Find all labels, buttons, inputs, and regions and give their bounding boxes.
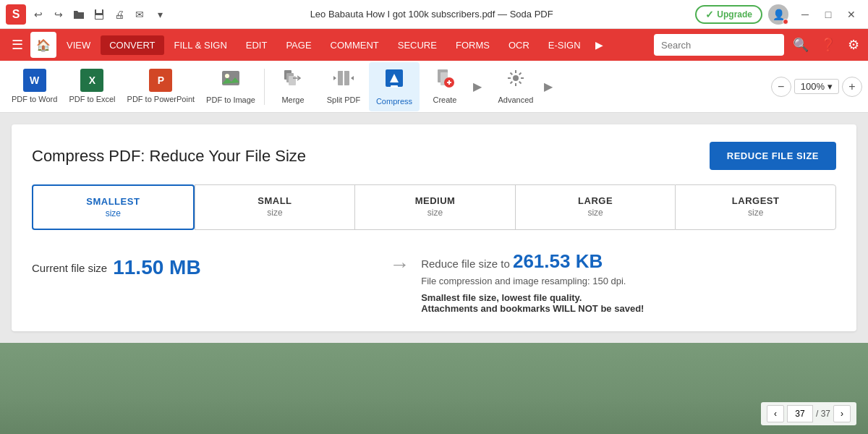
pdf-preview-image bbox=[0, 343, 868, 434]
compress-icon bbox=[383, 67, 406, 94]
home-button[interactable]: 🏠 bbox=[30, 32, 56, 58]
excel-icon: X bbox=[80, 69, 103, 92]
file-info-row: Current file size 11.50 MB → Reduce file… bbox=[32, 250, 836, 314]
main-content: Compress PDF: Reduce Your File Size REDU… bbox=[0, 113, 868, 434]
svg-rect-7 bbox=[289, 76, 296, 85]
check-icon: ✓ bbox=[705, 9, 714, 20]
zoom-in-button[interactable]: + bbox=[842, 77, 862, 97]
reduce-to-label: Reduce file size to 261.53 KB bbox=[421, 250, 836, 273]
print-icon[interactable]: 🖨 bbox=[111, 7, 127, 22]
create-button[interactable]: Create bbox=[420, 62, 470, 111]
title-bar-left: S ↩ ↪ 🖨 ✉ ▾ bbox=[6, 4, 168, 25]
page-navigation: ‹ / 37 › bbox=[761, 402, 856, 425]
window-title: Leo Babauta How I got 100k subscribers.p… bbox=[168, 9, 695, 20]
help-icon[interactable]: ❓ bbox=[817, 34, 839, 56]
save-icon[interactable] bbox=[91, 7, 107, 22]
upgrade-button[interactable]: ✓ Upgrade bbox=[695, 5, 762, 24]
menu-bar: ☰ 🏠 VIEW CONVERT FILL & SIGN EDIT PAGE C… bbox=[0, 29, 868, 61]
pdf-to-word-button[interactable]: W PDF to Word bbox=[6, 62, 63, 111]
advanced-label: Advanced bbox=[498, 95, 534, 105]
email-icon[interactable]: ✉ bbox=[132, 7, 148, 22]
title-bar: S ↩ ↪ 🖨 ✉ ▾ Leo Babauta How I got 100k s… bbox=[0, 0, 868, 29]
split-icon bbox=[333, 68, 354, 93]
image-icon bbox=[221, 68, 241, 93]
advanced-button[interactable]: Advanced bbox=[490, 62, 541, 111]
size-option-smallest-name: SMALLEST bbox=[86, 196, 140, 207]
compress-panel: Compress PDF: Reduce Your File Size REDU… bbox=[12, 124, 856, 331]
menu-item-fill-sign[interactable]: FILL & SIGN bbox=[166, 35, 236, 55]
pdf-to-image-button[interactable]: PDF to Image bbox=[200, 62, 261, 111]
menu-item-view[interactable]: VIEW bbox=[58, 35, 99, 55]
menu-item-page[interactable]: PAGE bbox=[277, 35, 320, 55]
svg-point-4 bbox=[225, 74, 229, 78]
menu-item-convert[interactable]: CONVERT bbox=[101, 35, 163, 55]
create-icon bbox=[435, 68, 455, 93]
svg-point-18 bbox=[513, 75, 519, 81]
toolbar: W PDF to Word X PDF to Excel P PDF to Po… bbox=[0, 61, 868, 113]
search-icon[interactable]: 🔍 bbox=[790, 34, 812, 56]
size-option-large[interactable]: LARGE size bbox=[515, 184, 676, 230]
toolbar-more-button[interactable]: ▶ bbox=[470, 77, 485, 96]
size-option-small[interactable]: SMALL size bbox=[195, 184, 355, 230]
menu-item-secure[interactable]: SECURE bbox=[389, 35, 446, 55]
page-total: / 37 bbox=[816, 409, 830, 419]
open-icon[interactable] bbox=[71, 7, 87, 22]
current-size-area: Current file size 11.50 MB bbox=[32, 250, 378, 279]
prev-page-button[interactable]: ‹ bbox=[767, 405, 784, 422]
svg-rect-1 bbox=[96, 9, 102, 13]
user-avatar[interactable]: 👤 bbox=[768, 4, 788, 25]
size-option-small-name: SMALL bbox=[258, 195, 292, 206]
more-icon[interactable]: ▾ bbox=[152, 7, 168, 22]
merge-button[interactable]: Merge bbox=[268, 62, 318, 111]
svg-rect-12 bbox=[391, 85, 398, 88]
merge-label: Merge bbox=[281, 95, 304, 105]
menu-item-comment[interactable]: COMMENT bbox=[322, 35, 388, 55]
pdf-preview-area: ‹ / 37 › bbox=[0, 343, 868, 434]
zoom-value[interactable]: 100% ▾ bbox=[794, 79, 839, 94]
pdf-to-powerpoint-button[interactable]: P PDF to PowerPoint bbox=[122, 62, 201, 111]
page-number-input[interactable] bbox=[787, 405, 813, 422]
split-pdf-button[interactable]: Split PDF bbox=[318, 62, 369, 111]
size-option-small-label: size bbox=[267, 208, 282, 218]
settings-icon[interactable]: ⚙ bbox=[845, 34, 862, 56]
size-option-largest-name: LARGEST bbox=[732, 195, 780, 206]
compress-label: Compress bbox=[376, 97, 412, 106]
menu-item-ocr[interactable]: OCR bbox=[500, 35, 538, 55]
size-option-smallest-label: size bbox=[106, 208, 121, 218]
menu-item-forms[interactable]: FORMS bbox=[447, 35, 498, 55]
app-logo: S bbox=[6, 4, 26, 25]
compress-button[interactable]: Compress bbox=[369, 62, 420, 111]
pdf-to-excel-button[interactable]: X PDF to Excel bbox=[63, 62, 121, 111]
toolbar-advanced-more[interactable]: ▶ bbox=[541, 77, 556, 96]
menu-item-esign[interactable]: E-SIGN bbox=[540, 35, 590, 55]
menu-item-edit[interactable]: EDIT bbox=[237, 35, 276, 55]
target-info-area: Reduce file size to 261.53 KB File compr… bbox=[421, 250, 836, 314]
size-option-medium[interactable]: MEDIUM size bbox=[354, 184, 515, 230]
redo-icon[interactable]: ↪ bbox=[51, 7, 67, 22]
reduce-file-size-button[interactable]: REDUCE FILE SIZE bbox=[710, 142, 836, 170]
svg-line-23 bbox=[510, 72, 512, 75]
menu-more-button[interactable]: ▶ bbox=[591, 36, 608, 54]
svg-rect-2 bbox=[95, 15, 103, 19]
size-options: SMALLEST size SMALL size MEDIUM size LAR… bbox=[32, 184, 836, 230]
size-option-large-name: LARGE bbox=[578, 195, 613, 206]
search-input[interactable] bbox=[654, 34, 784, 56]
title-bar-right: ✓ Upgrade 👤 ─ □ ✕ bbox=[695, 4, 862, 25]
size-option-smallest[interactable]: SMALLEST size bbox=[32, 184, 195, 230]
svg-line-25 bbox=[519, 72, 522, 75]
next-page-button[interactable]: › bbox=[833, 405, 851, 422]
compress-header: Compress PDF: Reduce Your File Size REDU… bbox=[32, 142, 836, 170]
zoom-out-button[interactable]: − bbox=[771, 77, 791, 97]
size-option-largest[interactable]: LARGEST size bbox=[675, 184, 836, 230]
undo-icon[interactable]: ↩ bbox=[30, 7, 46, 22]
zoom-controls: − 100% ▾ + bbox=[771, 77, 862, 97]
minimize-button[interactable]: ─ bbox=[794, 6, 816, 23]
close-button[interactable]: ✕ bbox=[841, 6, 862, 23]
maximize-button[interactable]: □ bbox=[817, 6, 839, 23]
target-size-value: 261.53 KB bbox=[513, 250, 603, 272]
svg-line-26 bbox=[510, 82, 512, 84]
size-option-medium-name: MEDIUM bbox=[415, 195, 456, 206]
word-icon: W bbox=[23, 69, 46, 92]
search-area: 🔍 ❓ ⚙ bbox=[654, 34, 862, 56]
hamburger-menu[interactable]: ☰ bbox=[6, 34, 29, 56]
